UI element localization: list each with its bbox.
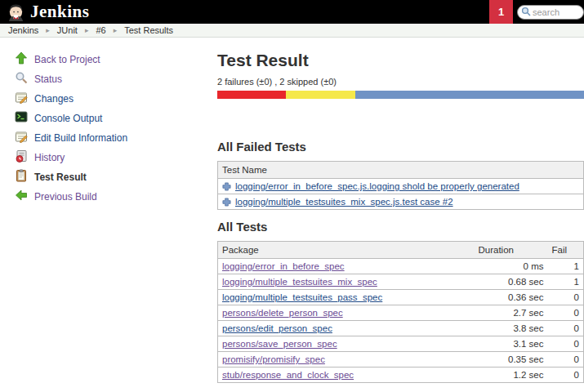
magnifier-icon [15, 71, 28, 87]
top-header: Jenkins 1 [0, 0, 584, 24]
sidebar-item-label: History [34, 152, 65, 163]
failed-test-row: logging/multiple_testsuites_mix_spec.js.… [218, 194, 584, 210]
duration-cell: 3.8 sec [475, 321, 548, 336]
notepad-pencil-icon [15, 130, 28, 146]
package-link[interactable]: logging/multiple_testsuites_pass_spec [222, 292, 382, 302]
package-link[interactable]: persons/edit_person_spec [222, 323, 332, 333]
table-row: logging/multiple_testsuites_pass_spec 0.… [218, 290, 584, 305]
failed-test-row: logging/error_in_before_spec.js.logging … [218, 179, 584, 194]
column-header-package[interactable]: Package [218, 242, 475, 259]
passed-bar-segment [355, 91, 584, 99]
package-link[interactable]: logging/error_in_before_spec [222, 261, 345, 271]
failed-test-link[interactable]: logging/error_in_before_spec.js.logging … [235, 181, 519, 191]
fail-count-cell: 0 [548, 290, 584, 305]
clipboard-icon [15, 169, 28, 185]
page-title: Test Result [217, 51, 584, 69]
terminal-icon [15, 110, 28, 127]
table-row: logging/multiple_testsuites_mix_spec 0.6… [218, 274, 584, 290]
failed-test-link[interactable]: logging/multiple_testsuites_mix_spec.js.… [235, 197, 453, 207]
breadcrumb-item-test-results[interactable]: Test Results [124, 25, 173, 35]
sidebar-item-label: Status [34, 74, 62, 85]
sidebar-item-label: Changes [34, 93, 74, 105]
history-clock-icon [15, 149, 28, 166]
sidebar-item-label: Back to Project [34, 54, 100, 65]
table-row: stub/response_and_clock_spec 1.2 sec 0 [218, 368, 584, 383]
search-box [517, 5, 584, 20]
table-row: persons/save_person_spec 3.1 sec 0 [218, 336, 584, 352]
sidebar-item-history[interactable]: History [15, 148, 204, 167]
notepad-pencil-icon [15, 91, 28, 107]
sidebar-item-back-to-project[interactable]: Back to Project [15, 50, 204, 69]
sidebar-item-label: Previous Build [34, 191, 97, 203]
failed-bar-segment [217, 91, 286, 99]
test-result-bar [217, 91, 584, 99]
duration-cell: 1.2 sec [475, 368, 548, 383]
column-header-test-name[interactable]: Test Name [218, 162, 584, 179]
fail-count-cell: 1 [548, 274, 584, 290]
duration-cell: 0.68 sec [475, 274, 548, 290]
jenkins-home-link[interactable]: Jenkins [0, 2, 89, 22]
search-icon [521, 5, 533, 20]
table-row: promisify/promisify_spec 0.35 sec 0 [218, 352, 584, 368]
breadcrumb: Jenkins ▸ JUnit ▸ #6 ▸ Test Results [0, 24, 584, 38]
app-title: Jenkins [30, 2, 89, 22]
expand-plus-icon[interactable] [222, 198, 231, 207]
package-link[interactable]: promisify/promisify_spec [222, 354, 325, 364]
jenkins-butler-logo-icon [7, 2, 25, 21]
sidebar-item-previous-build[interactable]: Previous Build [15, 187, 204, 207]
main-content: Test Result 2 failures (±0) , 2 skipped … [204, 38, 584, 383]
duration-cell: 0 ms [475, 259, 548, 274]
package-link[interactable]: persons/save_person_spec [222, 339, 337, 349]
chevron-right-icon: ▸ [85, 26, 89, 34]
table-row: logging/error_in_before_spec 0 ms 1 [218, 259, 584, 274]
fail-count-cell: 0 [548, 368, 584, 383]
table-row: persons/edit_person_spec 3.8 sec 0 [218, 321, 584, 336]
fail-count-cell: 0 [548, 336, 584, 352]
chevron-right-icon: ▸ [46, 26, 50, 34]
skipped-bar-segment [286, 91, 355, 99]
sidebar-item-status[interactable]: Status [15, 69, 204, 89]
duration-cell: 0.36 sec [475, 290, 548, 305]
table-row: persons/delete_person_spec 2.7 sec 0 [218, 305, 584, 321]
column-header-fail[interactable]: Fail [548, 242, 584, 259]
breadcrumb-item-jenkins[interactable]: Jenkins [8, 25, 38, 35]
fail-count-cell: 0 [548, 321, 584, 336]
duration-cell: 3.1 sec [475, 336, 548, 352]
left-arrow-icon [15, 189, 28, 205]
duration-cell: 0.35 sec [475, 352, 548, 368]
fail-count-cell: 0 [548, 352, 584, 368]
duration-cell: 2.7 sec [475, 305, 548, 321]
chevron-right-icon: ▸ [114, 26, 118, 34]
failed-tests-table: Test Name logging/error_in_before_spec.j… [217, 161, 584, 210]
sidebar-item-label: Test Result [34, 172, 87, 183]
all-tests-table: Package Duration Fail logging/error_in_b… [217, 241, 584, 383]
package-link[interactable]: stub/response_and_clock_spec [222, 370, 354, 380]
sidebar-item-changes[interactable]: Changes [15, 89, 204, 109]
sidebar-item-label: Console Output [34, 113, 102, 124]
package-link[interactable]: logging/multiple_testsuites_mix_spec [222, 277, 377, 287]
sidebar-item-test-result[interactable]: Test Result [15, 167, 204, 187]
test-summary: 2 failures (±0) , 2 skipped (±0) [217, 77, 584, 87]
breadcrumb-item-junit[interactable]: JUnit [57, 25, 78, 35]
breadcrumb-item-build[interactable]: #6 [96, 25, 105, 35]
sidebar-item-edit-build-information[interactable]: Edit Build Information [15, 128, 204, 148]
all-tests-heading: All Tests [217, 220, 584, 234]
package-link[interactable]: persons/delete_person_spec [222, 308, 343, 318]
column-header-duration[interactable]: Duration [475, 242, 548, 259]
sidebar: Back to Project Status Ch [0, 38, 204, 383]
failed-tests-heading: All Failed Tests [217, 140, 584, 154]
alert-count-badge[interactable]: 1 [489, 0, 513, 24]
expand-plus-icon[interactable] [222, 182, 231, 191]
up-arrow-icon [15, 51, 28, 68]
sidebar-item-label: Edit Build Information [34, 132, 127, 144]
fail-count-cell: 1 [548, 259, 584, 274]
search-input[interactable] [533, 7, 580, 17]
sidebar-item-console-output[interactable]: Console Output [15, 109, 204, 128]
fail-count-cell: 0 [548, 305, 584, 321]
